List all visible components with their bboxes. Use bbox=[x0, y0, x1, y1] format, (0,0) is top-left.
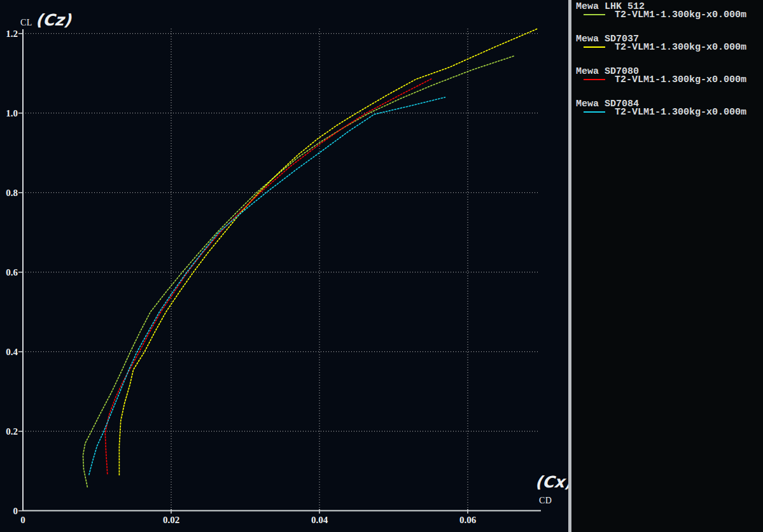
legend-analysis-name: T2-VLM1-1.300kg-x0.000m bbox=[615, 43, 746, 52]
legend-color-swatch bbox=[584, 111, 605, 113]
x-tick-label: 0 bbox=[4, 515, 42, 524]
legend-color-swatch bbox=[584, 14, 605, 15]
y-tick-label: 0 bbox=[0, 507, 18, 515]
legend-item: Mewa LHK 512T2-VLM1-1.300kg-x0.000m bbox=[571, 2, 763, 31]
y-axis-name: CL bbox=[20, 18, 32, 28]
polar-chart-svg bbox=[0, 0, 568, 532]
legend-color-swatch bbox=[584, 79, 605, 80]
curves-layer bbox=[83, 29, 537, 487]
x-tick-label: 0.02 bbox=[152, 515, 190, 524]
legend-analysis-name: T2-VLM1-1.300kg-x0.000m bbox=[615, 75, 746, 85]
x-axis-name: CD bbox=[539, 496, 552, 506]
y-tick-label: 0.2 bbox=[0, 427, 18, 436]
xflr5-polar-view: CL (Cz) (Cx) CD 00.20.40.60.81.01.2 00.0… bbox=[0, 0, 763, 532]
x-axis-fancy-label: (Cx) bbox=[535, 473, 572, 491]
polar-curve-mewa-sd7084 bbox=[89, 97, 445, 475]
polar-plot-pane[interactable]: CL (Cz) (Cx) CD 00.20.40.60.81.01.2 00.0… bbox=[0, 0, 568, 532]
y-tick-label: 0.4 bbox=[0, 347, 18, 356]
y-tick-label: 1.0 bbox=[0, 109, 18, 118]
legend-item: Mewa SD7037T2-VLM1-1.300kg-x0.000m bbox=[571, 34, 763, 64]
grid-layer bbox=[23, 29, 540, 509]
legend-item: Mewa SD7080T2-VLM1-1.300kg-x0.000m bbox=[571, 67, 763, 96]
legend-pane: Mewa LHK 512T2-VLM1-1.300kg-x0.000mMewa … bbox=[571, 0, 763, 532]
y-tick-label: 0.8 bbox=[0, 188, 18, 197]
y-axis-fancy-label: (Cz) bbox=[35, 11, 72, 29]
y-tick-label: 0.6 bbox=[0, 268, 18, 277]
legend-analysis-name: T2-VLM1-1.300kg-x0.000m bbox=[615, 108, 746, 117]
legend-analysis-name: T2-VLM1-1.300kg-x0.000m bbox=[615, 10, 746, 20]
polar-curve-mewa-lhk-512 bbox=[83, 56, 514, 487]
polar-curve-mewa-sd7037 bbox=[119, 29, 537, 475]
axes-layer bbox=[18, 29, 541, 514]
polar-curve-mewa-sd7080 bbox=[105, 78, 432, 474]
legend-item: Mewa SD7084T2-VLM1-1.300kg-x0.000m bbox=[571, 99, 763, 129]
x-tick-label: 0.06 bbox=[449, 515, 487, 524]
legend-color-swatch bbox=[584, 46, 605, 48]
x-tick-label: 0.04 bbox=[300, 515, 339, 524]
y-tick-label: 1.2 bbox=[0, 29, 18, 38]
